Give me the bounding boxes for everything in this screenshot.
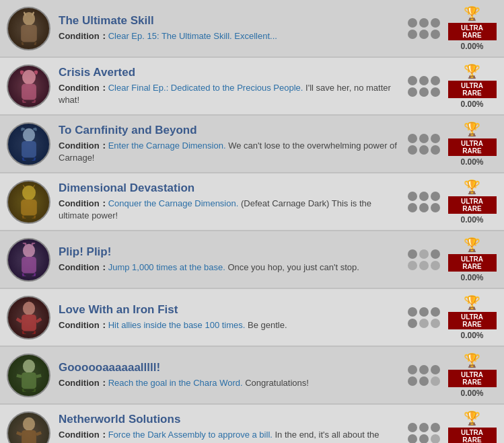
rarity-section: 🏆ULTRA RARE0.00%: [447, 410, 497, 443]
rarity-section: 🏆ULTRA RARE0.00%: [447, 237, 497, 282]
dot-0: [408, 18, 417, 28]
svg-rect-3: [22, 84, 36, 100]
dot-0: [408, 249, 417, 259]
rarity-section: 🏆ULTRA RARE0.00%: [447, 294, 497, 340]
rarity-percent: 0.00%: [460, 42, 483, 51]
achievement-title: Goooooaaaaaalllll!: [59, 361, 401, 374]
dot-5: [431, 319, 440, 328]
rarity-badge: ULTRA RARE: [448, 254, 497, 272]
dot-1: [419, 249, 429, 259]
dot-0: [408, 192, 417, 201]
trophy-icon: 🏆: [464, 410, 480, 426]
dot-1: [419, 365, 429, 374]
rarity-percent: 0.00%: [460, 215, 483, 225]
dot-0: [408, 365, 417, 374]
rarity-percent: 0.00%: [460, 389, 483, 398]
dot-5: [431, 434, 440, 444]
trophy-icon: 🏆: [464, 294, 480, 311]
svg-point-14: [22, 417, 34, 431]
dots-section: [408, 307, 440, 328]
dot-2: [431, 307, 440, 317]
condition-highlight: Reach the goal in the Chara Word.: [108, 378, 243, 388]
dot-4: [419, 87, 429, 97]
dot-5: [431, 87, 440, 97]
achievement-row[interactable]: To Carnfinity and BeyondCondition：Enter …: [0, 116, 504, 173]
achievement-icon-4: [7, 180, 50, 224]
dot-5: [431, 30, 440, 39]
dot-3: [408, 434, 417, 444]
dot-1: [419, 307, 429, 317]
achievement-row[interactable]: Crisis AvertedCondition：Clear Final Ep.:…: [0, 58, 504, 116]
dot-2: [431, 76, 440, 85]
svg-rect-11: [22, 315, 36, 331]
achievement-title: Crisis Averted: [59, 66, 401, 79]
achievement-row[interactable]: Goooooaaaaaalllll!Condition：Reach the go…: [0, 347, 504, 405]
condition-label: Condition：: [59, 83, 108, 93]
achievement-info: Goooooaaaaaalllll!Condition：Reach the go…: [59, 361, 401, 389]
svg-rect-9: [22, 257, 36, 274]
dot-4: [419, 376, 429, 386]
achievement-title: Plip! Plip!: [59, 245, 401, 259]
dot-3: [408, 87, 417, 97]
achievement-icon-8: [7, 411, 50, 444]
dots-grid: [408, 307, 440, 328]
dot-0: [408, 307, 417, 317]
achievement-info: Plip! Plip!Condition：Jump 1,000 times at…: [59, 245, 401, 274]
condition-highlight: Force the Dark Assembly to approve a bil…: [108, 430, 273, 440]
achievement-info: The Ultimate SkillCondition：Clear Ep. 15…: [59, 14, 401, 42]
dot-1: [419, 18, 429, 28]
achievement-info: Crisis AvertedCondition：Clear Final Ep.:…: [59, 66, 401, 106]
achievement-title: Love With an Iron Fist: [59, 303, 401, 317]
achievement-icon-5: [7, 238, 50, 282]
achievement-condition: Condition：Force the Dark Assembly to app…: [59, 429, 401, 443]
achievement-icon-6: [7, 296, 50, 339]
dots-grid: [408, 423, 440, 444]
achievement-row[interactable]: Netherworld SolutionsCondition：Force the…: [0, 405, 504, 443]
condition-after: Once you hop, you just can't stop.: [225, 262, 359, 272]
dot-5: [431, 376, 440, 386]
dots-grid: [408, 365, 440, 386]
dot-2: [431, 365, 440, 374]
dot-3: [408, 376, 417, 386]
svg-rect-15: [22, 430, 36, 443]
svg-point-2: [22, 70, 36, 85]
rarity-section: 🏆ULTRA RARE0.00%: [447, 352, 497, 398]
condition-highlight: Clear Final Ep.: Dedicated to the Precio…: [108, 83, 303, 93]
dots-section: [408, 365, 440, 386]
achievement-icon-2: [7, 65, 50, 108]
dot-1: [419, 192, 429, 201]
achievement-title: Dimensional Devastation: [59, 182, 401, 195]
trophy-icon: 🏆: [464, 237, 480, 253]
condition-after: Be gentle.: [245, 320, 287, 330]
rarity-percent: 0.00%: [460, 273, 483, 282]
achievement-row[interactable]: Love With an Iron FistCondition：Hit alli…: [0, 289, 504, 347]
dot-3: [408, 319, 417, 328]
dot-3: [408, 145, 417, 155]
dot-0: [408, 134, 417, 143]
dots-grid: [408, 249, 440, 270]
achievement-info: To Carnfinity and BeyondCondition：Enter …: [59, 124, 401, 164]
condition-label: Condition：: [59, 262, 108, 272]
dot-2: [431, 192, 440, 201]
achievement-icon-7: [7, 354, 50, 397]
svg-point-8: [22, 244, 34, 257]
dot-3: [408, 30, 417, 39]
svg-rect-13: [22, 372, 36, 389]
svg-point-6: [22, 186, 36, 200]
achievement-condition: Condition：Hit allies inside the base 100…: [59, 319, 401, 331]
rarity-section: 🏆ULTRA RARE0.00%: [447, 63, 497, 109]
achievement-row[interactable]: Dimensional DevastationCondition：Conquer…: [0, 173, 504, 231]
svg-rect-5: [22, 141, 36, 158]
achievement-condition: Condition：Clear Final Ep.: Dedicated to …: [59, 82, 401, 106]
achievement-condition: Condition：Conquer the Carnage Dimension.…: [59, 198, 401, 222]
trophy-icon: 🏆: [464, 179, 480, 195]
trophy-icon: 🏆: [464, 121, 480, 137]
dot-3: [408, 261, 417, 270]
achievement-row[interactable]: Plip! Plip!Condition：Jump 1,000 times at…: [0, 231, 504, 289]
svg-rect-7: [21, 200, 37, 216]
condition-label: Condition：: [59, 140, 108, 151]
dot-4: [419, 203, 429, 212]
achievement-row[interactable]: The Ultimate SkillCondition：Clear Ep. 15…: [0, 0, 504, 58]
dots-section: [408, 76, 440, 97]
condition-highlight: Enter the Carnage Dimension.: [108, 140, 226, 151]
